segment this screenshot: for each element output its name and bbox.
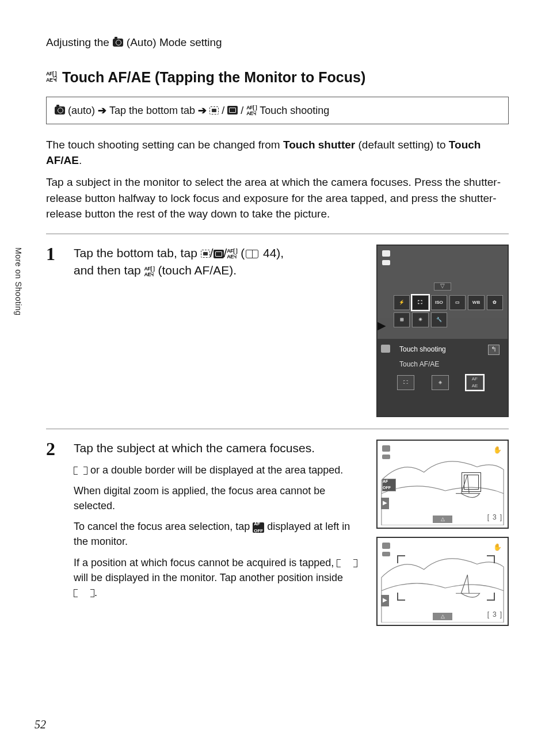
touch-afae-icon: AF[ ]AE☟ [227,248,237,259]
breadcrumb: Adjusting the (Auto) Mode setting [46,35,509,51]
touch-shutter-option: ⛶ [397,375,414,390]
focus-brackets-icon [74,466,87,475]
svg-rect-0 [382,443,504,525]
outer-bracket-tr [487,552,495,568]
step2-p4: If a position at which focus cannot be a… [74,555,366,600]
collapse-arrow-icon: ▽ [434,282,451,291]
expand-arrow-icon: ▶ [381,595,389,606]
back-icon: ↰ [488,345,500,355]
expand-arrow-icon: ▶ [381,498,389,509]
settings-icon-grid: ⚡ ⛶ ISO ▭ WB ✿ ⊞ ☀ 🔧 [394,295,503,327]
step2-heading: Tap the subject at which the camera focu… [74,440,366,457]
bracket-icon: ] [500,610,502,620]
flash-icon: ⚡ [394,295,410,310]
step-number: 2 [46,440,63,458]
step2-p3: To cancel the focus area selection, tap … [74,519,366,549]
exposure-icon: ☀ [412,312,428,327]
failed-focus-brackets-icon [337,559,357,568]
touch-shutter-icon [209,106,219,114]
focus-target-double-border [464,475,479,490]
book-icon [246,250,258,258]
section-tab: More on Shooting [13,247,24,316]
failed-focus-brackets-icon [74,589,94,598]
step1-heading: Tap the bottom tab, tap //AF[ ]AE☟ ( 44)… [74,245,366,280]
step-2: 2 Tap the subject at which the camera fo… [46,429,509,637]
setup-icon: 🔧 [431,312,447,327]
page-number: 52 [35,716,46,733]
header-prefix: Adjusting the [46,35,109,51]
step2-p2: When digital zoom is applied, the focus … [74,483,366,513]
af-area-icon: ⊞ [394,312,410,327]
display-icon [382,552,390,556]
path-step1: Tap the bottom tab [109,103,195,118]
intro-p2: Tap a subject in the monitor to select t… [46,174,509,222]
intro-block: The touch shooting setting can be change… [46,137,509,222]
camera-icon [382,543,390,549]
bracket-icon: [ [487,513,489,522]
camera-icon [382,250,390,257]
wb-icon: WB [468,295,484,310]
display-icon [382,455,390,459]
subject-tracking-option: ◈ [432,375,449,390]
af-off-button: AF OFF [382,479,396,491]
display-icon [382,260,390,265]
outer-bracket-br [487,589,495,605]
subject-tracking-icon [227,106,238,114]
touch-shooting-icon: ⛶ [412,295,428,310]
bracket-icon: ] [500,513,502,522]
touch-afae-icon: AF[ ]AE☟ [144,266,155,277]
landscape-illustration [380,443,505,525]
intro-p1: The touch shooting setting can be change… [46,137,509,169]
camera-icon [55,106,65,114]
continuous-icon: ▭ [449,295,466,310]
page-title: AF[ ]AE☟ Touch AF/AE (Tapping the Monito… [46,67,509,87]
step2-p1: or a double border will be displayed at … [74,463,366,478]
up-arrow-icon: △ [433,516,452,523]
touch-shutter-term: Touch shutter [283,139,355,151]
title-text: Touch AF/AE (Tapping the Monitor to Focu… [62,67,365,87]
arrow-icon: ➔ [98,103,106,118]
navigation-path: (auto) ➔ Tap the bottom tab ➔ //AF[ ]AE☟… [46,97,509,124]
arrow-icon: ➔ [198,103,207,118]
header-mode: (Auto) Mode setting [127,35,222,51]
figure-focus-locked: ✋ AF OFF ▶ △ [ 3 ] [376,440,509,529]
outer-bracket-bl [397,589,405,605]
figure-focus-failed: ✋ ▶ △ [ 3 ] [376,537,509,626]
up-arrow-icon: △ [433,613,452,620]
frame-counter: 3 [493,610,497,620]
touch-shutter-icon [201,250,210,258]
touch-afae-icon: AF[ ]AE☟ [46,71,56,83]
step-1: 1 Tap the bottom tab, tap //AF[ ]AE☟ ( 4… [46,234,509,429]
vr-icon: ✋ [493,445,502,455]
macro-icon: ✿ [487,295,503,310]
vr-icon: ✋ [493,543,502,552]
path-suffix: Touch shooting [260,103,329,118]
af-off-icon: AFOFF [253,522,264,533]
thumbnail-icon [381,345,390,353]
iso-icon: ISO [431,295,447,310]
subject-tracking-icon [214,250,224,258]
frame-counter: 3 [493,513,497,522]
touch-afae-icon: AF[ ]AE☟ [246,105,257,116]
camera-icon [382,445,390,452]
path-mode: (auto) [68,103,95,118]
touch-afae-option: AFAE [466,375,483,390]
step-number: 1 [46,245,63,263]
camera-icon [113,39,123,47]
bracket-icon: [ [487,610,489,620]
figure-menu-screen: ▽ ⚡ ⛶ ISO ▭ WB ✿ ⊞ ☀ 🔧 [376,245,509,417]
menu-title: Touch shooting [399,345,446,354]
outer-bracket-tl [397,552,405,568]
menu-subtitle: Touch AF/AE [383,358,502,375]
